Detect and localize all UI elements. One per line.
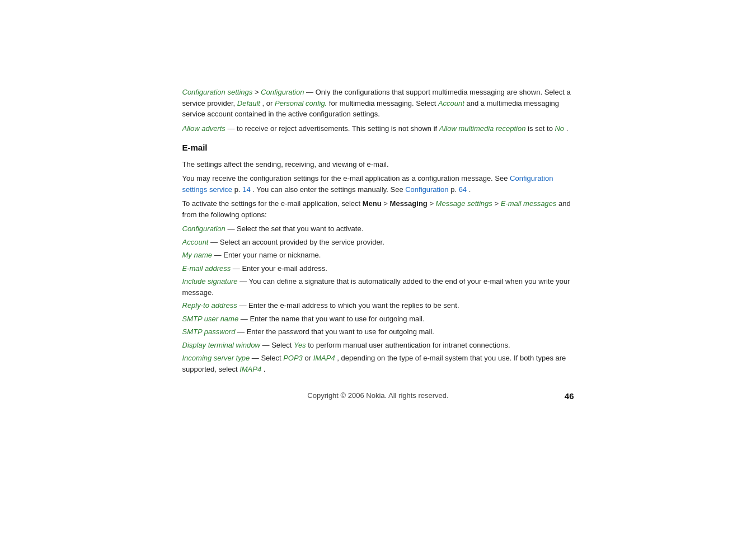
item-display-terminal-text2: to perform manual user authentication fo… (308, 341, 510, 349)
item-smtp-password: SMTP password — Enter the password that … (182, 326, 574, 338)
item-imap4-link2: IMAP4 (240, 365, 261, 373)
item-email-address-term: E-mail address (182, 264, 231, 273)
item-include-signature: Include signature — You can define a sig… (182, 276, 574, 298)
item-incoming-server-type-text4: . (264, 365, 266, 373)
item-include-signature-term: Include signature (182, 277, 238, 285)
item-configuration-term: Configuration (182, 224, 226, 233)
item-incoming-server-type-term: Incoming server type (182, 354, 250, 362)
item-reply-to-address-term: Reply-to address (182, 301, 237, 310)
config-para-1: Configuration settings > Configuration —… (182, 87, 574, 120)
footer-page-number: 46 (565, 390, 574, 403)
configuration-link[interactable]: Configuration (405, 185, 448, 194)
footer: Copyright © 2006 Nokia. All rights reser… (182, 390, 574, 401)
personal-config-link[interactable]: Personal config. (275, 99, 327, 107)
item-reply-to-address-text: — Enter the e-mail address to which you … (239, 301, 459, 310)
email-para1-text: The settings affect the sending, receivi… (182, 160, 389, 168)
email-section-heading: E‑mail (182, 142, 574, 154)
allow-multimedia-link[interactable]: Allow multimedia reception (439, 124, 526, 133)
message-settings-link[interactable]: Message settings (436, 199, 492, 208)
ref-64[interactable]: 64 (459, 185, 467, 194)
allow-adverts-text2: is set to (528, 124, 555, 133)
config-link2[interactable]: Configuration (261, 88, 304, 96)
sep1: > (255, 88, 261, 96)
email-para3-text1: To activate the settings for the e-mail … (182, 199, 363, 208)
item-smtp-username: SMTP user name — Enter the name that you… (182, 313, 574, 325)
email-para3-text3: > (429, 199, 435, 208)
messaging-bold: Messaging (390, 199, 428, 208)
email-para1: The settings affect the sending, receivi… (182, 159, 574, 170)
email-para3-text2: > (383, 199, 389, 208)
footer-copyright: Copyright © 2006 Nokia. All rights reser… (307, 391, 448, 400)
email-para2: You may receive the configuration settin… (182, 173, 574, 195)
item-configuration: Configuration — Select the set that you … (182, 223, 574, 235)
account-link[interactable]: Account (438, 99, 464, 107)
email-para3: To activate the settings for the e-mail … (182, 198, 574, 220)
allow-adverts-text3: . (566, 124, 569, 133)
item-configuration-text: — Select the set that you want to activa… (227, 224, 363, 233)
allow-adverts-para: Allow adverts — to receive or reject adv… (182, 123, 574, 134)
item-incoming-server-type: Incoming server type — Select POP3 or IM… (182, 353, 574, 374)
item-incoming-server-type-text2: or (304, 354, 313, 362)
config-text2: , or (262, 99, 275, 107)
item-smtp-username-text: — Enter the name that you want to use fo… (241, 315, 425, 323)
item-account-term: Account (182, 238, 209, 246)
allow-adverts-link[interactable]: Allow adverts (182, 124, 226, 133)
item-my-name-term: My name (182, 251, 212, 259)
email-para2-text1: You may receive the configuration settin… (182, 174, 510, 182)
item-smtp-username-term: SMTP user name (182, 315, 239, 323)
email-messages-link[interactable]: E-mail messages (501, 199, 557, 208)
item-email-address: E-mail address — Enter your e-mail addre… (182, 263, 574, 274)
item-include-signature-text: — You can define a signature that is aut… (182, 277, 570, 297)
menu-bold: Menu (363, 199, 382, 208)
item-my-name: My name — Enter your name or nickname. (182, 250, 574, 261)
email-para2-text5: . (469, 185, 471, 194)
ref-14[interactable]: 14 (242, 185, 250, 194)
item-display-terminal-text1: — Select (262, 341, 294, 349)
config-settings-link1[interactable]: Configuration settings (182, 88, 253, 96)
item-display-terminal: Display terminal window — Select Yes to … (182, 340, 574, 351)
item-account: Account — Select an account provided by … (182, 237, 574, 248)
item-smtp-password-text: — Enter the password that you want to us… (237, 327, 434, 336)
config-text3: for multimedia messaging. Select (329, 99, 438, 107)
item-smtp-password-term: SMTP password (182, 327, 236, 336)
page-container: Configuration settings > Configuration —… (182, 87, 574, 401)
item-pop3-link: POP3 (283, 354, 303, 362)
item-display-terminal-yes: Yes (294, 341, 306, 349)
email-para2-text2: p. (234, 185, 242, 194)
item-incoming-server-type-text1: — Select (252, 354, 283, 362)
allow-adverts-text1: — to receive or reject advertisements. T… (227, 124, 439, 133)
item-reply-to-address: Reply-to address — Enter the e-mail addr… (182, 300, 574, 311)
item-account-text: — Select an account provided by the serv… (210, 238, 384, 246)
email-para2-text4: p. (450, 185, 458, 194)
item-my-name-text: — Enter your name or nickname. (214, 251, 321, 259)
default-link[interactable]: Default (237, 99, 260, 107)
email-para2-text3: . You can also enter the settings manual… (252, 185, 405, 194)
no-link[interactable]: No (555, 124, 564, 133)
item-email-address-text: — Enter your e-mail address. (233, 264, 327, 273)
item-imap4-link: IMAP4 (313, 354, 335, 362)
item-display-terminal-term: Display terminal window (182, 341, 260, 349)
email-para3-text4: > (494, 199, 500, 208)
